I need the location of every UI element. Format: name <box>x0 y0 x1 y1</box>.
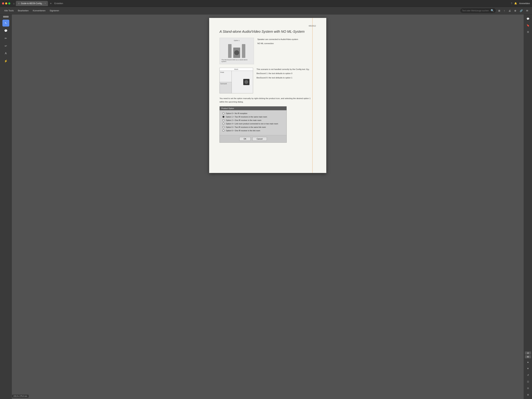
option-4-label: Option 4 = Link room product connected t… <box>226 123 278 125</box>
traffic-lights <box>2 2 10 5</box>
option-5-label: Option 5 = Two IR receivers in the same … <box>226 126 266 128</box>
active-tab[interactable]: ☆ Guide-to-BEO6-Config... ✕ <box>16 1 48 6</box>
tab-title: Guide-to-BEO6-Config... <box>21 2 44 5</box>
option-1-radio[interactable] <box>222 116 224 118</box>
option1-text-line1: Speaker are connected to Audio/Video-sys… <box>257 38 316 41</box>
link-icon[interactable]: 🔗 <box>519 9 524 13</box>
main-layout: ↖ 💬 ✏ ↩ A ⚡ 4/6/2012 A Stand-alone Audio… <box>0 14 532 399</box>
dialog-content: Option 0 = No IR reception Option 1 = Tw… <box>220 110 286 135</box>
toolbar-signieren[interactable]: Signieren <box>48 9 60 13</box>
instruction-text: You need to set the option manually by r… <box>220 97 316 104</box>
search-input[interactable] <box>462 9 490 12</box>
option-6-label: Option 6 = One IR receiver in the link r… <box>226 130 260 132</box>
maximize-button[interactable] <box>8 2 10 5</box>
device-icon <box>243 79 249 85</box>
diagram-option1-caption: The BeoSound 3000 as a stand-alone syste… <box>221 59 252 62</box>
zoom-out-icon[interactable]: ⊖ <box>525 385 531 391</box>
title-bar: ⌂ ☆ Guide-to-BEO6-Config... ✕ + Erstelle… <box>0 0 532 7</box>
cancel-button[interactable]: Cancel <box>252 137 267 141</box>
page-up-icon[interactable]: ▲ <box>525 359 531 365</box>
tab-bar: ☆ Guide-to-BEO6-Config... ✕ + Erstellen <box>16 1 509 6</box>
speaker-right <box>242 44 245 58</box>
close-button[interactable] <box>2 2 4 5</box>
page-total-display: 80 <box>525 355 531 358</box>
body-text-line1: This scenario is not handled correctly b… <box>257 68 316 71</box>
tool-cursor[interactable]: ↖ <box>2 20 9 26</box>
upload-icon[interactable]: ↑ <box>503 9 506 13</box>
page-title: A Stand-alone Audio/Video System with NO… <box>220 30 316 34</box>
option-0-label: Option 0 = No IR reception <box>226 112 247 114</box>
option-4-radio[interactable] <box>222 123 224 125</box>
option-0-radio[interactable] <box>222 112 224 114</box>
tool-text[interactable]: A <box>2 50 9 57</box>
option-0-row: Option 0 = No IR reception <box>222 112 284 114</box>
help-icon[interactable]: ? <box>511 2 512 5</box>
device-circle <box>244 80 248 84</box>
option1-text: Speaker are connected to Audio/Video-sys… <box>257 38 316 46</box>
zoom-icon[interactable]: ⊕ <box>513 9 517 13</box>
tool-comment[interactable]: 💬 <box>2 27 9 34</box>
search-box[interactable]: 🔍 <box>460 8 496 13</box>
status-bar: 215,9 x 279,4 mm <box>12 395 29 398</box>
option-1-label: Option 1 = Two IR receivers in the same … <box>226 116 267 118</box>
tool-stamp[interactable]: ⚡ <box>2 57 9 64</box>
tab-favicon: ☆ <box>18 2 20 5</box>
page-dimensions: 215,9 x 279,4 mm <box>13 395 27 397</box>
music-right-col <box>232 71 253 93</box>
music-surround-label: Surround <box>220 82 232 93</box>
ok-button[interactable]: OK <box>239 137 251 141</box>
option-2-radio[interactable] <box>222 119 224 121</box>
pdf-page: 4/6/2012 A Stand-alone Audio/Video Syste… <box>209 18 326 173</box>
page-date: 4/6/2012 <box>220 25 316 27</box>
dialog-title-bar: Product Option <box>220 107 286 110</box>
product-option-dialog: Product Option Option 0 = No IR receptio… <box>220 106 287 143</box>
minimize-button[interactable] <box>5 2 7 5</box>
page-down-icon[interactable]: ▼ <box>525 366 531 371</box>
option-2-label: Option 2 = One IR receiver in the main r… <box>226 119 261 121</box>
refresh-icon[interactable]: ↺ <box>525 372 531 378</box>
toolbar-konvertieren[interactable]: Konvertieren <box>31 9 47 13</box>
dialog-buttons: OK Cancel <box>220 135 286 142</box>
diagram-option1-label: Option 1 <box>221 40 252 41</box>
sign-in-button[interactable]: Anmelden <box>519 2 530 5</box>
tool-eraser[interactable]: ↩ <box>2 42 9 49</box>
scan-icon[interactable]: ⊡ <box>525 379 531 385</box>
zoom-in-icon[interactable]: ⊕ <box>525 392 531 398</box>
music-header: Music <box>220 68 253 71</box>
diagram-option1: Option 1 The BeoSound 3000 as a stand-al… <box>220 38 254 64</box>
speakers-diagram <box>221 42 252 58</box>
music-grid: Front Surround <box>220 71 253 93</box>
home-icon[interactable]: ⌂ <box>13 2 14 5</box>
tool-pen[interactable]: ✏ <box>2 35 9 42</box>
view-icon[interactable]: ⊞ <box>497 9 501 13</box>
option-5-row: Option 5 = Two IR receivers in the same … <box>222 126 284 128</box>
music-diagram: Music Front Surround <box>220 68 253 93</box>
notifications-icon[interactable]: 🔔 <box>514 2 517 5</box>
option-5-radio[interactable] <box>222 126 224 128</box>
new-tab-button[interactable]: + <box>49 1 53 5</box>
toolbar: Alle Tools Bearbeiten Konvertieren Signi… <box>0 7 532 14</box>
page-current-display: 12 <box>525 351 531 355</box>
music-text: This scenario is not handled correctly b… <box>257 68 316 80</box>
thumbnails-panel-icon[interactable]: ⊞ <box>525 29 531 35</box>
tab-close-icon[interactable]: ✕ <box>44 2 46 4</box>
right-sidebar: 💬 🔖 ⊞ 12 80 ▲ ▼ ↺ ⊡ ⊖ ⊕ <box>524 14 532 399</box>
title-bar-right: ? 🔔 Anmelden <box>511 2 530 5</box>
bookmarks-panel-icon[interactable]: 🔖 <box>525 22 531 28</box>
option-6-radio[interactable] <box>222 130 224 132</box>
body-text-line3: BeoSound 8: the tool defaults to option … <box>257 76 316 79</box>
toolbar-bearbeiten[interactable]: Bearbeiten <box>16 9 30 13</box>
pdf-area[interactable]: 4/6/2012 A Stand-alone Audio/Video Syste… <box>12 14 524 399</box>
toolbar-alle-tools[interactable]: Alle Tools <box>3 9 15 13</box>
option-2-row: Option 2 = One IR receiver in the main r… <box>222 119 284 121</box>
new-tab-label[interactable]: Erstellen <box>54 2 63 5</box>
option1-text-line2: NO ML connection <box>257 42 316 45</box>
comments-panel-icon[interactable]: 💬 <box>525 16 531 22</box>
option-6-row: Option 6 = One IR receiver in the link r… <box>222 130 284 132</box>
music-left-col: Front Surround <box>220 71 232 93</box>
speaker-center-cone <box>234 50 239 55</box>
option-4-row: Option 4 = Link room product connected t… <box>222 123 284 125</box>
email-icon[interactable]: ✉ <box>525 9 529 13</box>
print-icon[interactable]: 🖨 <box>507 9 512 13</box>
music-front-label: Front <box>220 71 232 82</box>
